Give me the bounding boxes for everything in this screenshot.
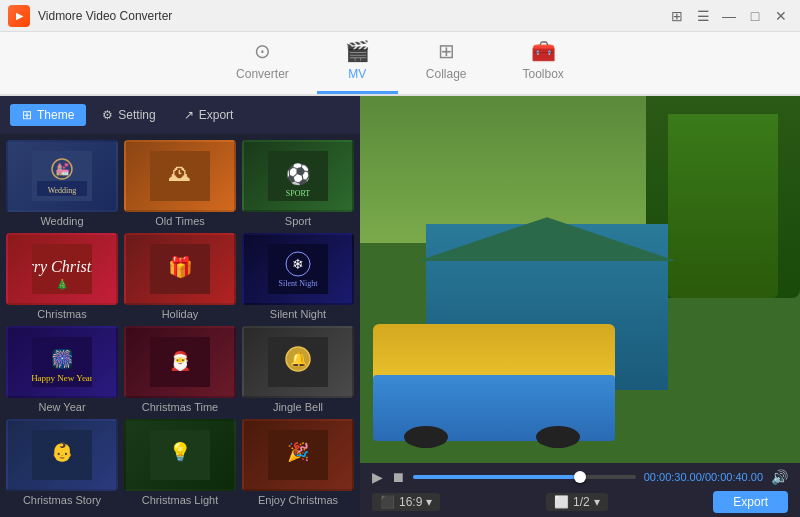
export-tab-icon: ↗ <box>184 108 194 122</box>
theme-thumb-enjoychristmas: 🎉 <box>242 419 354 491</box>
main-content: ⊞ Theme ⚙ Setting ↗ Export <box>0 96 800 517</box>
svg-text:Wedding: Wedding <box>48 186 77 195</box>
svg-text:💡: 💡 <box>169 441 192 463</box>
page-icon: ⬜ <box>554 495 569 509</box>
collage-icon: ⊞ <box>438 39 455 63</box>
svg-text:🔔: 🔔 <box>290 351 308 368</box>
theme-item-christmas[interactable]: Merry Christmas 🎄 Christmas <box>6 233 118 320</box>
tab-toolbox[interactable]: 🧰 Toolbox <box>495 31 592 94</box>
theme-label-silentnight: Silent Night <box>270 308 326 320</box>
theme-thumb-oldtimes: 🕰 <box>124 140 236 212</box>
panel-tab-theme[interactable]: ⊞ Theme <box>10 104 86 126</box>
close-btn[interactable]: ✕ <box>770 5 792 27</box>
progress-track[interactable] <box>413 475 636 479</box>
tab-collage[interactable]: ⊞ Collage <box>398 31 495 94</box>
theme-item-enjoychristmas[interactable]: 🎉 Enjoy Christmas <box>242 419 354 506</box>
theme-item-wedding[interactable]: 💒 Wedding Wedding <box>6 140 118 227</box>
titlebar: ▶ Vidmore Video Converter ⊞ ☰ — □ ✕ <box>0 0 800 32</box>
theme-label-holiday: Holiday <box>162 308 199 320</box>
converter-icon: ⊙ <box>254 39 271 63</box>
toolbox-label: Toolbox <box>523 67 564 81</box>
theme-thumb-christmas: Merry Christmas 🎄 <box>6 233 118 305</box>
panel-tab-export[interactable]: ↗ Export <box>172 104 246 126</box>
svg-text:🎆: 🎆 <box>51 348 74 370</box>
theme-item-christmastime[interactable]: 🎅 Christmas Time <box>124 326 236 413</box>
theme-thumb-christmastime: 🎅 <box>124 326 236 398</box>
video-scene <box>360 96 800 463</box>
tab-converter[interactable]: ⊙ Converter <box>208 31 317 94</box>
theme-item-jinglebell[interactable]: 🔔 Jingle Bell <box>242 326 354 413</box>
window-controls: ⊞ ☰ — □ ✕ <box>666 5 792 27</box>
theme-item-silentnight[interactable]: ❄ Silent Night Silent Night <box>242 233 354 320</box>
logo-text: ▶ <box>16 11 23 21</box>
svg-text:🎉: 🎉 <box>287 441 310 463</box>
theme-item-holiday[interactable]: 🎁 Holiday <box>124 233 236 320</box>
page-value: 1/2 <box>573 495 590 509</box>
ratio-chevron: ▾ <box>426 495 432 509</box>
mv-label: MV <box>348 67 366 81</box>
theme-item-newyear[interactable]: 🎆 Happy New Year New Year <box>6 326 118 413</box>
nav-tabs: ⊙ Converter 🎬 MV ⊞ Collage 🧰 Toolbox <box>0 32 800 96</box>
theme-thumb-wedding: 💒 Wedding <box>6 140 118 212</box>
theme-item-christmasstory[interactable]: 👶 Christmas Story <box>6 419 118 506</box>
ratio-value: 16:9 <box>399 495 422 509</box>
ratio-icon: ⬛ <box>380 495 395 509</box>
theme-thumb-christmaslight: 💡 <box>124 419 236 491</box>
svg-text:Happy New Year: Happy New Year <box>32 373 92 383</box>
theme-label-christmasstory: Christmas Story <box>23 494 101 506</box>
svg-text:🕰: 🕰 <box>169 161 191 186</box>
app-logo: ▶ <box>8 5 30 27</box>
time-display: 00:00:30.00/00:00:40.00 <box>644 471 763 483</box>
svg-text:Silent Night: Silent Night <box>279 279 319 288</box>
video-preview <box>360 96 800 463</box>
theme-label-oldtimes: Old Times <box>155 215 205 227</box>
theme-item-oldtimes[interactable]: 🕰 Old Times <box>124 140 236 227</box>
app-title: Vidmore Video Converter <box>38 9 666 23</box>
svg-text:❄: ❄ <box>292 257 304 272</box>
theme-label-jinglebell: Jingle Bell <box>273 401 323 413</box>
theme-tab-label: Theme <box>37 108 74 122</box>
svg-text:👶: 👶 <box>51 441 74 463</box>
svg-text:🎄: 🎄 <box>56 278 69 291</box>
video-controls: ▶ ⏹ 00:00:30.00/00:00:40.00 🔊 ⬛ 16:9 ▾ ⬜… <box>360 463 800 517</box>
svg-text:💒: 💒 <box>55 161 70 176</box>
theme-label-christmas: Christmas <box>37 308 87 320</box>
panel-tabs: ⊞ Theme ⚙ Setting ↗ Export <box>0 96 360 134</box>
progress-thumb[interactable] <box>574 471 586 483</box>
theme-grid: 💒 Wedding Wedding 🕰 <box>0 134 360 517</box>
svg-text:🎁: 🎁 <box>168 255 193 279</box>
theme-label-sport: Sport <box>285 215 311 227</box>
page-chevron: ▾ <box>594 495 600 509</box>
theme-tab-icon: ⊞ <box>22 108 32 122</box>
toolbox-icon: 🧰 <box>531 39 556 63</box>
progress-bar-wrap: ▶ ⏹ 00:00:30.00/00:00:40.00 🔊 <box>372 469 788 485</box>
volume-icon[interactable]: 🔊 <box>771 469 788 485</box>
theme-thumb-sport: ⚽ SPORT <box>242 140 354 212</box>
collage-label: Collage <box>426 67 467 81</box>
svg-text:SPORT: SPORT <box>286 189 311 198</box>
export-button[interactable]: Export <box>713 491 788 513</box>
theme-thumb-newyear: 🎆 Happy New Year <box>6 326 118 398</box>
svg-text:🎅: 🎅 <box>169 350 192 372</box>
theme-item-sport[interactable]: ⚽ SPORT Sport <box>242 140 354 227</box>
export-tab-label: Export <box>199 108 234 122</box>
theme-label-christmaslight: Christmas Light <box>142 494 218 506</box>
stop-button[interactable]: ⏹ <box>391 469 405 485</box>
svg-text:⚽: ⚽ <box>286 162 311 186</box>
ratio-select[interactable]: ⬛ 16:9 ▾ <box>372 493 440 511</box>
tab-mv[interactable]: 🎬 MV <box>317 31 398 94</box>
right-panel: ▶ ⏹ 00:00:30.00/00:00:40.00 🔊 ⬛ 16:9 ▾ ⬜… <box>360 96 800 517</box>
menu-btn[interactable]: ☰ <box>692 5 714 27</box>
progress-fill <box>413 475 580 479</box>
grid-btn[interactable]: ⊞ <box>666 5 688 27</box>
theme-label-wedding: Wedding <box>40 215 83 227</box>
minimize-btn[interactable]: — <box>718 5 740 27</box>
play-button[interactable]: ▶ <box>372 469 383 485</box>
maximize-btn[interactable]: □ <box>744 5 766 27</box>
panel-tab-setting[interactable]: ⚙ Setting <box>90 104 167 126</box>
theme-item-christmaslight[interactable]: 💡 Christmas Light <box>124 419 236 506</box>
page-select[interactable]: ⬜ 1/2 ▾ <box>546 493 608 511</box>
converter-label: Converter <box>236 67 289 81</box>
left-panel: ⊞ Theme ⚙ Setting ↗ Export <box>0 96 360 517</box>
setting-tab-label: Setting <box>118 108 155 122</box>
